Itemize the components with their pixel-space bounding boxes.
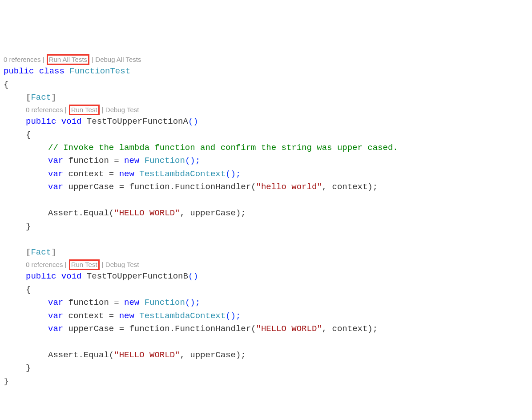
string-literal: "HELLO WORLD" [114,350,180,360]
call-parens: (); [226,169,241,179]
keyword-var: var [48,156,63,166]
method-name: TestToUpperFunctionB [87,271,188,281]
debug-test-link[interactable]: Debug Test [105,261,139,268]
type-function: Function [139,156,185,166]
type-testlambdacontext: TestLambdaContext [134,311,226,321]
brace-open: { [4,129,528,141]
codelens-separator: | [92,56,93,63]
method-codelens-b: 0 references | Run Test | Debug Test [4,259,528,271]
keyword-var: var [48,324,63,334]
class-codelens: 0 references | Run All Tests | Debug All… [4,54,528,65]
call-parens: (); [185,298,200,307]
assert-call: Assert.Equal( [48,208,114,218]
blank-line [4,336,528,349]
fact-attribute-a: [Fact] [4,91,528,104]
assign: context = [63,169,119,179]
run-all-tests-link[interactable]: Run All Tests [49,56,87,63]
keyword-void: void [61,117,82,126]
var-function-a: var function = new Function(); [4,154,528,167]
expr-end: , context); [322,324,378,334]
brace-open: { [4,78,528,91]
brace-close: } [4,375,528,388]
keyword-new: new [119,311,134,321]
string-literal: "hello world" [256,182,322,192]
references-link[interactable]: 0 references [26,106,63,113]
blank-line [4,233,528,246]
references-link[interactable]: 0 references [26,261,63,268]
method-name: TestToUpperFunctionA [87,117,188,126]
run-test-link[interactable]: Run Test [71,261,97,268]
class-name: FunctionTest [69,66,130,76]
assert-end: , upperCase); [180,208,246,218]
keyword-public: public [26,271,56,281]
parens: () [188,117,198,126]
blank-line [4,194,528,207]
call-parens: (); [226,311,241,321]
string-literal: "HELLO WORLD" [114,208,180,218]
expr: upperCase = function.FunctionHandler( [63,324,256,334]
run-test-highlight: Run Test [69,105,100,116]
keyword-public: public [4,66,34,76]
references-link[interactable]: 0 references [4,56,40,63]
expr: upperCase = function.FunctionHandler( [63,182,256,192]
assign: function = [63,156,124,166]
run-test-link[interactable]: Run Test [71,106,97,113]
debug-test-link[interactable]: Debug Test [105,106,139,113]
assign: context = [63,311,119,321]
keyword-var: var [48,182,63,192]
assert-call: Assert.Equal( [48,350,114,360]
keyword-new: new [119,169,134,179]
assign: function = [63,298,124,307]
class-declaration: public class FunctionTest [4,65,528,78]
assert-b: Assert.Equal("HELLO WORLD", upperCase); [4,349,528,362]
type-function: Function [139,298,185,307]
keyword-new: new [124,156,139,166]
brace-close: } [4,362,528,375]
keyword-new: new [124,298,139,307]
expr-end: , context); [322,182,378,192]
brace-close: } [4,220,528,233]
type-testlambdacontext: TestLambdaContext [134,169,226,179]
keyword-var: var [48,169,63,179]
assert-end: , upperCase); [180,350,246,360]
brace-open: { [4,283,528,296]
parens: () [188,271,198,281]
string-literal: "HELLO WORLD" [256,324,322,334]
var-function-b: var function = new Function(); [4,296,528,309]
comment: // Invoke the lambda function and confir… [4,141,528,154]
keyword-public: public [26,117,56,126]
run-test-highlight: Run Test [69,259,100,271]
keyword-var: var [48,298,63,307]
debug-all-tests-link[interactable]: Debug All Tests [95,56,141,63]
method-signature-a: public void TestToUpperFunctionA() [4,115,528,128]
var-uppercase-b: var upperCase = function.FunctionHandler… [4,323,528,335]
keyword-var: var [48,311,63,321]
codelens-separator: | [65,106,67,113]
var-context-a: var context = new TestLambdaContext(); [4,168,528,181]
method-signature-b: public void TestToUpperFunctionB() [4,270,528,283]
call-parens: (); [185,156,200,166]
var-uppercase-a: var upperCase = function.FunctionHandler… [4,181,528,194]
codelens-separator: | [102,106,104,113]
run-all-tests-highlight: Run All Tests [47,54,89,65]
codelens-separator: | [43,56,44,63]
method-codelens-a: 0 references | Run Test | Debug Test [4,105,528,116]
fact-attribute-b: [Fact] [4,246,528,259]
code-editor[interactable]: 0 references | Run All Tests | Debug All… [4,54,528,388]
keyword-class: class [39,66,64,76]
var-context-b: var context = new TestLambdaContext(); [4,310,528,323]
assert-a: Assert.Equal("HELLO WORLD", upperCase); [4,207,528,220]
codelens-separator: | [102,261,104,268]
keyword-void: void [61,271,82,281]
codelens-separator: | [65,261,67,268]
